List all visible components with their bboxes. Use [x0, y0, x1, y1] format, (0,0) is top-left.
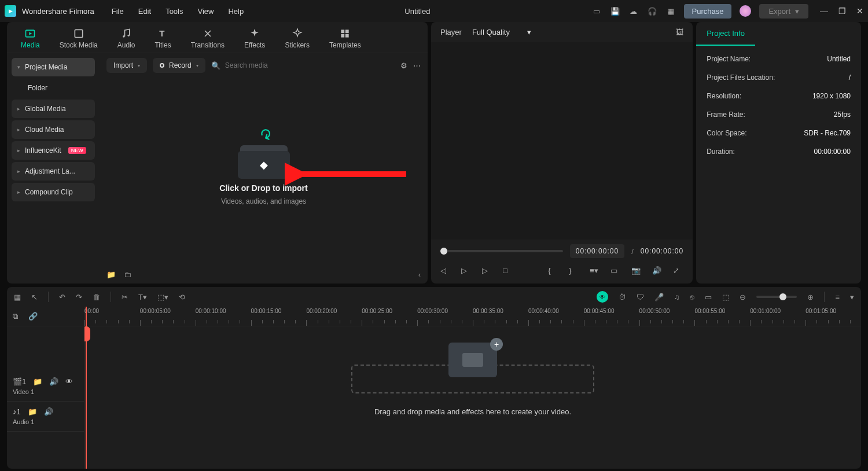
more-icon[interactable]: ⋯ — [413, 61, 421, 70]
record-button[interactable]: Record▾ — [153, 58, 205, 73]
delete-button[interactable]: 🗑 — [93, 293, 100, 301]
play-backward-button[interactable]: ▷ — [461, 266, 472, 277]
playhead[interactable] — [86, 307, 87, 469]
tab-templates[interactable]: Templates — [321, 24, 369, 53]
crop-button[interactable]: ⬚▾ — [157, 293, 168, 301]
screen-icon[interactable]: ▭ — [591, 6, 602, 16]
view-mode-icon[interactable]: ≡ — [835, 293, 840, 301]
sidebar-global-media[interactable]: ▸Global Media — [12, 100, 95, 118]
duplicate-icon[interactable]: ⧉ — [13, 312, 18, 321]
tab-stock-media[interactable]: Stock Media — [52, 24, 106, 53]
sidebar-adjustment-layer[interactable]: ▸Adjustment La... — [12, 162, 95, 181]
svg-rect-2 — [75, 30, 82, 37]
purchase-button[interactable]: Purchase — [684, 4, 732, 19]
timeline-drop-zone[interactable]: + Drag and drop media and effects here t… — [351, 365, 594, 416]
tab-audio[interactable]: Audio — [109, 24, 144, 53]
speedometer-icon[interactable]: ⏱ — [619, 293, 626, 301]
filter-icon[interactable]: ⚙ — [400, 61, 407, 70]
settings-icon[interactable]: ▾ — [850, 293, 854, 301]
save-icon[interactable]: 💾 — [610, 6, 620, 16]
cloud-icon[interactable]: ☁ — [628, 6, 639, 16]
menu-view[interactable]: View — [197, 7, 214, 16]
play-button[interactable]: ▷ — [482, 266, 492, 277]
tab-effects[interactable]: Effects — [236, 24, 273, 53]
mark-out-button[interactable]: } — [569, 266, 579, 277]
prev-frame-button[interactable]: ◁ — [440, 266, 451, 277]
timeline-ruler[interactable]: 00:00 00:00:05:00 00:00:10:00 00:00:15:0… — [84, 307, 861, 326]
split-icon[interactable]: ⎋ — [690, 293, 694, 301]
zoom-handle[interactable] — [779, 293, 786, 300]
timeline-tracks[interactable]: 00:00 00:00:05:00 00:00:10:00 00:00:15:0… — [84, 307, 861, 469]
undo-button[interactable]: ↶ — [59, 293, 65, 301]
sidebar-influencekit[interactable]: ▸InfluenceKitNEW — [12, 141, 95, 160]
collapse-icon[interactable]: ‹ — [418, 270, 421, 279]
folder-icon[interactable]: 📁 — [33, 377, 42, 386]
volume-button[interactable]: 🔊 — [652, 266, 663, 277]
pointer-icon[interactable]: ↖ — [31, 293, 38, 301]
menu-file[interactable]: File — [112, 7, 124, 16]
import-button[interactable]: Import▾ — [106, 58, 147, 73]
stop-button[interactable]: □ — [503, 266, 513, 277]
grid-icon[interactable]: ▦ — [14, 293, 21, 301]
maximize-button[interactable]: ❐ — [838, 6, 846, 16]
mark-in-button[interactable]: { — [548, 266, 558, 277]
visibility-icon[interactable]: 👁 — [65, 377, 73, 386]
redo-button[interactable]: ↷ — [76, 293, 82, 301]
sidebar-project-media[interactable]: ▾Project Media — [12, 58, 95, 76]
music-icon[interactable]: ♫ — [674, 293, 680, 301]
folder-icon[interactable]: 📁 — [28, 407, 37, 416]
link-icon[interactable]: 🔗 — [28, 312, 38, 321]
menu-edit[interactable]: Edit — [138, 7, 151, 16]
display-button[interactable]: ▭ — [610, 266, 621, 277]
tab-media[interactable]: Media — [13, 24, 48, 53]
ai-button[interactable]: 👁 — [597, 291, 608, 303]
mic-icon[interactable]: 🎤 — [654, 293, 664, 301]
markers-button[interactable]: ≡▾ — [590, 266, 600, 277]
link-button[interactable]: ⟲ — [179, 293, 185, 301]
folder-icon[interactable]: 🗀 — [124, 270, 131, 279]
cut-button[interactable]: ✂ — [122, 293, 128, 301]
support-icon[interactable]: 🎧 — [647, 6, 657, 16]
sidebar-compound-clip[interactable]: ▸Compound Clip — [12, 183, 95, 201]
text-button[interactable]: T▾ — [138, 293, 147, 301]
mute-icon[interactable]: 🔊 — [44, 407, 53, 416]
media-drop-zone[interactable]: ↻ Click or Drop to import Videos, audios… — [100, 78, 428, 266]
zoom-slider[interactable] — [756, 296, 797, 298]
marker-icon[interactable]: 🛡 — [637, 293, 644, 301]
search-icon: 🔍 — [211, 61, 220, 70]
tab-transitions[interactable]: Transitions — [183, 24, 233, 53]
menu-help[interactable]: Help — [228, 7, 244, 16]
tab-project-info[interactable]: Project Info — [696, 22, 755, 46]
tab-stickers[interactable]: Stickers — [277, 24, 318, 53]
close-button[interactable]: ✕ — [856, 6, 863, 16]
quality-select[interactable]: Full Quality▾ — [472, 28, 531, 36]
avatar-icon[interactable] — [740, 5, 751, 17]
snapshot-button[interactable]: 📷 — [631, 266, 642, 277]
scrub-handle[interactable] — [440, 248, 447, 255]
menu-tools[interactable]: Tools — [165, 7, 183, 16]
time-current: 00:00:00:00 — [570, 244, 624, 258]
image-icon[interactable]: 🖼 — [676, 28, 683, 36]
tab-titles[interactable]: TTitles — [146, 24, 179, 53]
apps-icon[interactable]: ▦ — [665, 6, 676, 16]
chevron-down-icon: ▾ — [196, 63, 198, 68]
fit-icon[interactable]: ⬚ — [722, 293, 729, 301]
zoom-out-button[interactable]: ⊖ — [740, 293, 746, 301]
render-icon[interactable]: ▭ — [705, 293, 712, 301]
ruler-label: 00:01:00:00 — [750, 308, 781, 314]
zoom-in-button[interactable]: ⊕ — [807, 293, 814, 301]
timeline-toolbar: ▦ ↖ ↶ ↷ 🗑 ✂ T▾ ⬚▾ ⟲ 👁 ⏱ 🛡 🎤 ♫ ⎋ ▭ ⬚ ⊖ ⊕ … — [7, 287, 861, 307]
folder-icon: ↻ — [238, 138, 290, 179]
app-logo-icon — [5, 5, 16, 17]
mute-icon[interactable]: 🔊 — [49, 377, 58, 386]
sidebar-item-label: Cloud Media — [25, 126, 64, 134]
export-button[interactable]: Export▾ — [759, 4, 808, 19]
search-input[interactable] — [225, 61, 395, 69]
new-folder-icon[interactable]: 📁 — [106, 270, 116, 279]
video-track-icon: 🎬1 — [13, 377, 26, 386]
sidebar-cloud-media[interactable]: ▸Cloud Media — [12, 120, 95, 139]
minimize-button[interactable]: — — [820, 6, 828, 16]
scrub-slider[interactable] — [440, 250, 563, 252]
sidebar-folder[interactable]: Folder — [12, 79, 95, 97]
fullscreen-button[interactable]: ⤢ — [673, 266, 683, 277]
